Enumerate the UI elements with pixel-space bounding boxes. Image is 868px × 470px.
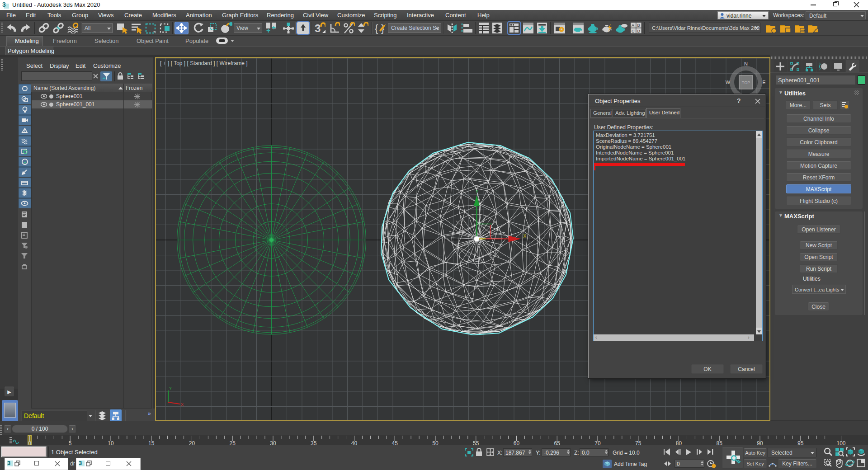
svg-text:E: E xyxy=(762,80,765,85)
svg-text:Y: Y xyxy=(169,386,172,390)
svg-text:A: A xyxy=(632,23,634,28)
svg-text:W: W xyxy=(726,80,731,85)
svg-text:D: D xyxy=(637,29,641,33)
svg-text:C: C xyxy=(632,29,635,33)
svg-text:X: X xyxy=(524,234,527,239)
svg-text:{: { xyxy=(375,23,378,34)
svg-text:TOP: TOP xyxy=(742,80,750,85)
svg-text:[ + ] [ Top ] [ Standard ] [ W: [ + ] [ Top ] [ Standard ] [ Wireframe ] xyxy=(160,60,248,66)
svg-text:Y: Y xyxy=(476,189,479,194)
svg-text:N: N xyxy=(744,61,748,66)
svg-text:3: 3 xyxy=(315,22,321,34)
svg-text:B: B xyxy=(637,23,640,28)
svg-text:X: X xyxy=(181,402,184,407)
